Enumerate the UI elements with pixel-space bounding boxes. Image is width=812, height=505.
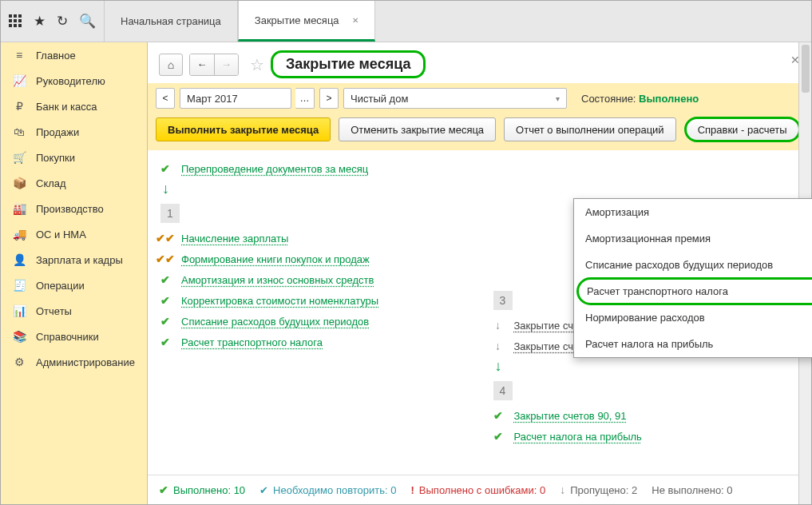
dd-item-amort[interactable]: Амортизация [574, 199, 812, 225]
dd-item-norm[interactable]: Нормирование расходов [574, 304, 812, 331]
back-button[interactable]: ← [190, 54, 214, 75]
nav-reports[interactable]: 📊Отчеты [1, 298, 147, 324]
check-icon: ✔ [159, 336, 172, 348]
dd-item-profit[interactable]: Расчет налога на прибыль [574, 331, 812, 357]
nav-admin[interactable]: ⚙Администрирование [1, 349, 147, 375]
double-check-icon: ✔✔ [159, 252, 172, 265]
cancel-button[interactable]: Отменить закрытие месяца [339, 117, 496, 141]
close-page-icon[interactable]: ✕ [790, 54, 800, 66]
op-transport[interactable]: ✔Расчет транспортного налога [159, 332, 468, 352]
nav-sales[interactable]: 🛍Продажи [1, 119, 147, 145]
bag-icon: 🛍 [12, 125, 26, 138]
nav-bank[interactable]: ₽Банк и касса [1, 93, 147, 119]
star-icon[interactable]: ★ [34, 13, 46, 30]
check-icon: ✔ [492, 409, 505, 422]
nav-main[interactable]: ≡Главное [1, 42, 147, 68]
topbar: ★ ↻ 🔍 Начальная страница Закрытие месяца… [1, 1, 811, 42]
check-icon: ✔ [159, 315, 172, 328]
dd-item-premium[interactable]: Амортизационная премия [574, 225, 812, 252]
arrow-down-icon: ↓ [162, 181, 468, 197]
nav-production[interactable]: 🏭Производство [1, 196, 147, 221]
svg-rect-6 [9, 24, 12, 27]
tab-active[interactable]: Закрытие месяца ✕ [238, 1, 375, 42]
search-icon[interactable]: 🔍 [79, 13, 96, 30]
period-next-button[interactable]: > [319, 88, 339, 109]
footer-notdone: Не выполнено: 0 [652, 484, 732, 496]
status-label: Состояние: Выполнено [581, 93, 699, 105]
footer-skipped: ↓Пропущено: 2 [560, 483, 637, 496]
nav-hr[interactable]: 👤Зарплата и кадры [1, 247, 147, 272]
op-reconduct[interactable]: ✔Перепроведение документов за месяц [159, 158, 468, 179]
period-field[interactable]: Март 2017 [180, 88, 291, 109]
skip-icon: ↓ [560, 483, 565, 496]
status-value: Выполнено [639, 93, 699, 105]
svg-rect-1 [14, 14, 17, 18]
forward-button[interactable]: → [214, 54, 238, 75]
ruble-icon: ₽ [12, 100, 26, 113]
ops-icon: 🧾 [12, 279, 26, 292]
factory-icon: 🏭 [12, 202, 26, 215]
op-book[interactable]: ✔✔Формирование книги покупок и продаж [159, 249, 468, 269]
chevron-down-icon: ▾ [556, 94, 560, 103]
footer-errors: !Выполнено с ошибками: 0 [411, 484, 546, 496]
org-select[interactable]: Чистый дом ▾ [343, 88, 567, 109]
period-prev-button[interactable]: < [156, 88, 175, 109]
nav-assets[interactable]: 🚚ОС и НМА [1, 221, 147, 247]
nav-purchases[interactable]: 🛒Покупки [1, 145, 147, 170]
page-title: Закрытие месяца [271, 50, 426, 78]
sidebar: ≡Главное 📈Руководителю ₽Банк и касса 🛍Пр… [1, 42, 148, 504]
box-icon: 📦 [12, 177, 26, 189]
double-check-icon: ✔✔ [159, 232, 172, 245]
main: ✕ ⌂ ← → ☆ Закрытие месяца < Март 2017 … … [148, 42, 811, 504]
svg-rect-5 [18, 19, 22, 22]
truck-icon: 🚚 [12, 228, 26, 241]
check-icon: ✔ [492, 430, 505, 443]
nav-warehouse[interactable]: 📦Склад [1, 170, 147, 196]
error-icon: ! [411, 484, 414, 496]
op-close9091[interactable]: ✔Закрытие счетов 90, 91 [492, 405, 801, 426]
svg-rect-7 [14, 24, 17, 27]
favorite-icon[interactable]: ☆ [250, 55, 264, 74]
report-button[interactable]: Отчет о выполнении операций [504, 117, 676, 141]
check-icon: ✔ [159, 483, 168, 496]
period-picker-button[interactable]: … [295, 88, 315, 109]
apps-icon[interactable] [9, 14, 22, 28]
references-button[interactable]: Справки - расчеты [684, 117, 801, 142]
close-icon[interactable]: ✕ [352, 16, 358, 25]
references-dropdown: Амортизация Амортизационная премия Списа… [573, 198, 812, 358]
op-amort[interactable]: ✔Амортизация и износ основных средств [159, 269, 468, 290]
dd-item-transport[interactable]: Расчет транспортного налога [579, 280, 812, 303]
skip-icon: ↓ [492, 319, 505, 332]
footer-repeat: ✔Необходимо повторить: 0 [259, 484, 396, 496]
check-icon: ✔ [159, 162, 172, 175]
tab-label: Начальная страница [121, 15, 221, 27]
op-salary[interactable]: ✔✔Начисление зарплаты [159, 228, 468, 249]
gear-icon: ⚙ [12, 356, 26, 368]
check-icon: ✔ [159, 294, 172, 307]
stage-4-label: 4 [493, 381, 513, 400]
svg-rect-2 [18, 14, 22, 18]
tab-label: Закрытие месяца [255, 14, 339, 26]
topbar-icons: ★ ↻ 🔍 [1, 1, 104, 42]
ops-column-left: ✔Перепроведение документов за месяц ↓ 1 … [159, 158, 468, 447]
op-writeoff[interactable]: ✔Списание расходов будущих периодов [159, 311, 468, 332]
page-header: ⌂ ← → ☆ Закрытие месяца [148, 42, 811, 83]
op-profit[interactable]: ✔Расчет налога на прибыль [492, 426, 801, 447]
nav-manager[interactable]: 📈Руководителю [1, 68, 147, 93]
svg-rect-0 [9, 14, 12, 18]
run-button[interactable]: Выполнить закрытие месяца [156, 117, 331, 141]
check-icon: ✔ [259, 484, 268, 496]
nav-operations[interactable]: 🧾Операции [1, 272, 147, 298]
params-row: < Март 2017 … > Чистый дом ▾ Состояние: … [148, 83, 811, 113]
stage-3-label: 3 [493, 291, 513, 310]
nav-references[interactable]: 📚Справочники [1, 324, 147, 349]
op-correct[interactable]: ✔Корректировка стоимости номенклатуры [159, 290, 468, 311]
home-button[interactable]: ⌂ [159, 54, 183, 76]
history-icon[interactable]: ↻ [57, 13, 68, 30]
tabs: Начальная страница Закрытие месяца ✕ [104, 1, 375, 42]
svg-rect-4 [14, 19, 17, 22]
dd-item-writeoff[interactable]: Списание расходов будущих периодов [574, 252, 812, 278]
check-icon: ✔ [159, 273, 172, 286]
chart-icon: 📈 [12, 74, 26, 87]
tab-home[interactable]: Начальная страница [104, 1, 238, 42]
